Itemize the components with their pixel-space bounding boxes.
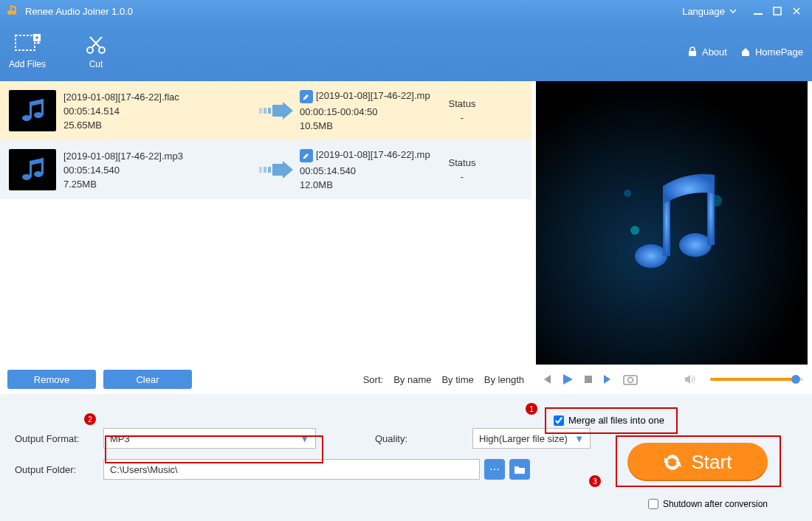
language-selector[interactable]: Language (682, 6, 737, 17)
start-button[interactable]: Start (627, 443, 768, 481)
app-title: Renee Audio Joiner 1.0.0 (25, 6, 133, 17)
file-duration: 00:05:14.514 (63, 106, 255, 117)
remove-button[interactable]: Remove (7, 370, 96, 389)
lock-icon (687, 46, 698, 57)
homepage-link[interactable]: HomePage (740, 46, 803, 58)
toolbar: Add Files Cut About HomePage (0, 22, 812, 81)
status-label: Status (440, 157, 484, 168)
output-name: [2019-01-08][17-46-22].mp (300, 149, 440, 162)
stop-button[interactable] (583, 374, 593, 384)
status-value: - (440, 112, 484, 123)
clear-button[interactable]: Clear (103, 370, 192, 389)
svg-rect-1 (774, 7, 781, 15)
output-folder-label: Output Folder: (15, 464, 103, 475)
svg-point-23 (624, 190, 631, 197)
app-logo-icon (7, 5, 19, 17)
output-folder-input[interactable]: C:\Users\Music\ (103, 459, 480, 480)
svg-rect-19 (264, 167, 266, 173)
arrow-icon (255, 102, 300, 120)
svg-point-25 (679, 233, 712, 257)
titlebar: Renee Audio Joiner 1.0.0 Language (0, 0, 812, 22)
quality-select[interactable]: High(Larger file size) ▼ (472, 428, 591, 449)
arrow-icon (255, 161, 300, 179)
home-icon (740, 46, 751, 57)
svg-rect-13 (268, 108, 271, 114)
volume-icon[interactable] (684, 374, 695, 384)
svg-point-30 (628, 378, 633, 383)
svg-rect-20 (268, 167, 271, 173)
file-thumbnail (9, 149, 56, 190)
svg-point-21 (630, 226, 639, 235)
output-format-select[interactable]: MP3 ▼ (103, 428, 316, 449)
more-button[interactable]: ⋯ (484, 459, 505, 480)
edit-icon[interactable] (300, 149, 313, 162)
camera-button[interactable] (623, 373, 638, 385)
sort-by-length[interactable]: By length (484, 374, 524, 385)
output-range: 00:00:15-00:04:50 (300, 106, 440, 117)
file-row[interactable]: [2019-01-08][17-46-22].mp3 00:05:14.540 … (0, 140, 531, 199)
output-size: 10.5MB (300, 120, 440, 131)
file-thumbnail (9, 90, 56, 131)
file-list: [2019-01-08][17-46-22].flac 00:05:14.514… (0, 81, 531, 394)
quality-label: Quality: (375, 433, 464, 444)
about-link[interactable]: About (687, 46, 727, 58)
output-range: 00:05:14.540 (300, 165, 440, 176)
sort-by-time[interactable]: By time (441, 374, 473, 385)
minimize-button[interactable] (750, 3, 766, 19)
next-button[interactable] (602, 373, 614, 385)
file-row[interactable]: [2019-01-08][17-46-22].flac 00:05:14.514… (0, 81, 531, 140)
file-name: [2019-01-08][17-46-22].mp3 (63, 151, 255, 162)
svg-rect-6 (689, 51, 696, 56)
play-button[interactable] (561, 373, 574, 386)
svg-rect-11 (259, 108, 262, 114)
output-size: 12.0MB (300, 179, 440, 190)
preview-image (536, 81, 808, 365)
add-files-button[interactable]: Add Files (9, 34, 46, 69)
output-format-label: Output Format: (15, 433, 103, 444)
chevron-down-icon (729, 7, 737, 15)
sort-options: Sort: By name By time By length (363, 374, 524, 385)
preview-panel (531, 81, 812, 394)
status-label: Status (440, 98, 484, 109)
file-name: [2019-01-08][17-46-22].flac (63, 92, 255, 103)
maximize-button[interactable] (769, 3, 785, 19)
sort-by-name[interactable]: By name (393, 374, 431, 385)
svg-rect-0 (754, 13, 763, 15)
file-duration: 00:05:14.540 (63, 165, 255, 176)
close-button[interactable] (788, 3, 805, 19)
svg-rect-18 (259, 167, 262, 173)
output-settings: Output Format: MP3 ▼ Quality: High(Large… (0, 394, 812, 521)
scissors-icon (83, 34, 109, 55)
svg-rect-12 (264, 108, 266, 114)
svg-rect-28 (585, 376, 592, 383)
output-name: [2019-01-08][17-46-22].mp (300, 90, 440, 103)
volume-slider[interactable] (710, 378, 803, 381)
merge-checkbox[interactable]: Merge all files into one (554, 415, 664, 426)
cut-button[interactable]: Cut (83, 34, 109, 69)
playback-controls (531, 365, 812, 394)
browse-folder-button[interactable] (509, 459, 530, 480)
shutdown-checkbox[interactable]: Shutdown after conversion (648, 499, 768, 509)
film-add-icon (14, 34, 41, 55)
file-size: 7.25MB (63, 179, 255, 190)
prev-button[interactable] (540, 373, 552, 385)
file-size: 25.65MB (63, 120, 255, 131)
edit-icon[interactable] (300, 90, 313, 103)
refresh-icon (664, 452, 683, 472)
svg-rect-2 (16, 35, 35, 50)
svg-point-24 (635, 244, 667, 268)
music-note-icon (605, 156, 738, 289)
status-value: - (440, 171, 484, 182)
